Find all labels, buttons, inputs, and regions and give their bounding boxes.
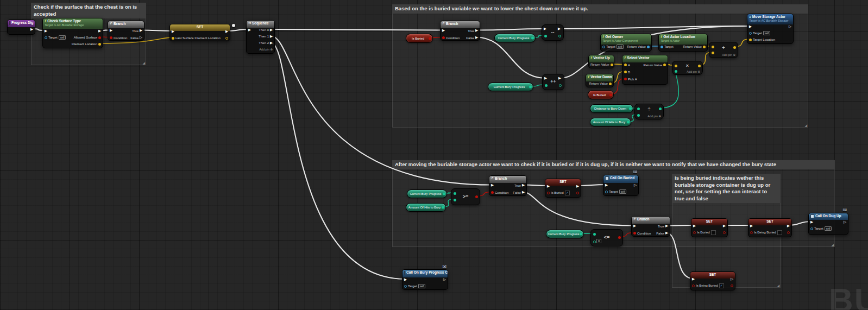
set-last-surface-intersect-location-pin-execOut[interactable]: ▶ bbox=[225, 30, 228, 34]
branch-3-pin-true[interactable]: ▶ bbox=[522, 184, 525, 187]
less-equal-node[interactable]: <=0 bbox=[590, 229, 623, 246]
branch-1-pin-false[interactable]: ▷ bbox=[140, 36, 142, 40]
divide-pin-inB[interactable] bbox=[637, 114, 640, 117]
less-equal-pin-inB[interactable] bbox=[593, 241, 596, 243]
sequence-pin-then0[interactable]: ▶ bbox=[270, 28, 273, 32]
distance-to-bury-down-pin-out[interactable] bbox=[629, 107, 632, 110]
select-vector-pin-rv[interactable] bbox=[663, 64, 666, 66]
set-last-surface-intersect-location-pin-execIn[interactable]: ▶ bbox=[172, 30, 174, 34]
branch-4-pin-condition[interactable] bbox=[633, 232, 636, 235]
set-is-being-buried-false-checkbox[interactable] bbox=[777, 230, 782, 235]
set-is-being-buried-true-checkbox[interactable]: ✓ bbox=[719, 283, 724, 288]
set-last-surface-intersect-location-pin-value[interactable] bbox=[172, 37, 174, 40]
current-bury-progress-3-variable-pill[interactable]: Current Bury Progress bbox=[407, 189, 447, 198]
set-is-being-buried-false-node[interactable]: SET▶▶Is Being Buried bbox=[748, 218, 792, 237]
current-bury-progress-4-variable-pill[interactable]: Current Bury Progress bbox=[546, 230, 584, 238]
add-1-pin-inB[interactable] bbox=[712, 52, 714, 54]
progress-dig-pin-out[interactable]: ▶ bbox=[30, 28, 33, 31]
sequence-pin-then1[interactable]: ▶ bbox=[270, 35, 273, 39]
current-bury-progress-2-variable-pill[interactable]: Current Bury Progress bbox=[488, 83, 533, 91]
select-vector-pin-b[interactable] bbox=[624, 71, 627, 73]
increment-int-pin-in[interactable] bbox=[545, 84, 548, 87]
select-vector-pin-pickA[interactable] bbox=[624, 78, 627, 80]
multiply-add-pin[interactable]: Add pin ⊕ bbox=[687, 70, 700, 73]
call-on-bury-progress-changed-pin-execIn[interactable]: ▶ bbox=[404, 278, 407, 282]
call-on-bury-progress-changed-node[interactable]: Call On Bury Progress Changed✉▶▷Targetse… bbox=[402, 269, 448, 290]
branch-2-node[interactable]: ↱Branch▶True▶ConditionFalse▶ bbox=[440, 21, 480, 41]
is-buried-get-2-pin-out[interactable] bbox=[609, 93, 612, 96]
multiply-pin-out[interactable] bbox=[698, 65, 701, 67]
call-on-dug-up-node[interactable]: Call On Dug Up✉▶▷Targetself bbox=[808, 213, 848, 235]
call-on-buried-node[interactable]: Call On Buried✉▶▷Targetself bbox=[603, 175, 639, 196]
get-owner-pin-rv[interactable] bbox=[647, 46, 650, 48]
set-is-buried-false-checkbox[interactable] bbox=[711, 230, 716, 235]
reroute-knot[interactable] bbox=[232, 24, 235, 27]
set-is-being-buried-true-pin-execOut[interactable]: ▷ bbox=[731, 277, 733, 281]
check-surface-type-pin-execIn[interactable]: ▶ bbox=[45, 29, 47, 33]
check-surface-type-pin-target[interactable] bbox=[45, 36, 47, 39]
set-is-being-buried-true-pin-value[interactable] bbox=[692, 284, 695, 287]
progress-dig-node[interactable]: Progress Dig▶ bbox=[7, 20, 35, 35]
amount-of-hits-to-bury-1-pin-out[interactable] bbox=[627, 121, 630, 124]
add-1-pin-inA[interactable] bbox=[712, 46, 714, 48]
move-storage-actor-node[interactable]: ◆Move Storage ActorTarget is AC Buriable… bbox=[747, 14, 794, 44]
current-bury-progress-4-pin-out[interactable] bbox=[580, 233, 582, 236]
set-is-buried-true-pin-value[interactable] bbox=[547, 192, 550, 194]
move-storage-actor-pin-target[interactable] bbox=[749, 32, 752, 35]
vector-up-pin-rv[interactable] bbox=[611, 64, 613, 66]
amount-of-hits-to-bury-1-variable-pill[interactable]: Amount Of Hits to Bury bbox=[590, 118, 631, 126]
divide-node[interactable]: ÷Add pin ⊕ bbox=[634, 104, 664, 119]
multiply-pin-inA[interactable] bbox=[675, 65, 677, 67]
divide-pin-out[interactable] bbox=[659, 107, 662, 110]
move-storage-actor-pin-execOut[interactable]: ▷ bbox=[789, 25, 791, 29]
set-is-buried-true-pin-execOut[interactable]: ▶ bbox=[576, 185, 579, 188]
set-is-being-buried-false-pin-execOut[interactable]: ▶ bbox=[787, 224, 790, 228]
set-is-being-buried-false-pin-execIn[interactable]: ▶ bbox=[750, 224, 753, 228]
get-actor-location-pin-rv[interactable] bbox=[703, 46, 706, 48]
call-on-bury-progress-changed-pin-target[interactable] bbox=[404, 285, 407, 288]
branch-1-node[interactable]: ↱Branch▶True▶ConditionFalse▷ bbox=[108, 21, 144, 41]
move-storage-actor-pin-targetLocation[interactable] bbox=[749, 39, 752, 41]
add-1-add-pin[interactable]: Add pin ⊕ bbox=[722, 53, 735, 56]
distance-to-bury-down-variable-pill[interactable]: Distance to Bury Down bbox=[590, 104, 633, 113]
branch-1-pin-condition[interactable] bbox=[110, 36, 112, 39]
branch-3-pin-false[interactable]: ▶ bbox=[522, 191, 525, 194]
add-1-pin-out[interactable] bbox=[733, 46, 736, 49]
less-equal-pin-inA[interactable] bbox=[593, 233, 596, 236]
sequence-add-pin[interactable]: Add pin ⊕ bbox=[259, 48, 273, 51]
decrement-int-node[interactable]: --▶▶ bbox=[542, 24, 564, 41]
decrement-int-pin-outv[interactable] bbox=[558, 35, 561, 37]
multiply-node[interactable]: ×Add pin ⊕ bbox=[672, 61, 703, 75]
branch-3-pin-execIn[interactable]: ▶ bbox=[491, 184, 494, 187]
set-is-buried-false-pin-execOut[interactable]: ▶ bbox=[723, 224, 726, 228]
move-storage-actor-self-box[interactable]: self bbox=[763, 31, 771, 35]
sequence-pin-execIn[interactable]: ▶ bbox=[248, 28, 251, 32]
set-is-buried-false-pin-execIn[interactable]: ▶ bbox=[693, 224, 696, 228]
current-bury-progress-2-pin-out[interactable] bbox=[529, 86, 532, 88]
check-surface-type-pin-execOut[interactable]: ▶ bbox=[98, 29, 101, 33]
branch-4-pin-true[interactable]: ▶ bbox=[665, 224, 668, 228]
increment-int-pin-outv[interactable] bbox=[559, 84, 562, 87]
increment-int-pin-execIn[interactable]: ▶ bbox=[544, 77, 547, 80]
current-bury-progress-1-variable-pill[interactable]: Current Bury Progress bbox=[494, 34, 536, 42]
branch-2-pin-execIn[interactable]: ▶ bbox=[442, 29, 445, 33]
amount-of-hits-to-bury-2-pin-out[interactable] bbox=[442, 206, 444, 209]
check-surface-type-pin-intersectLocation[interactable] bbox=[98, 43, 101, 46]
vector-down-pin-rv[interactable] bbox=[609, 83, 612, 85]
check-surface-type-node[interactable]: ƒCheck Surface TypeTarget is AC Buriable… bbox=[42, 18, 103, 48]
decrement-int-pin-execOut[interactable]: ▶ bbox=[558, 27, 561, 31]
set-is-buried-false-node[interactable]: SET▶▶Is Buried bbox=[691, 218, 728, 237]
set-is-buried-true-pin-outVal[interactable] bbox=[576, 192, 579, 194]
add-1-node[interactable]: +Add pin ⊕ bbox=[709, 42, 738, 58]
set-is-buried-false-pin-value[interactable] bbox=[693, 231, 696, 234]
select-vector-node[interactable]: ƒSelect VectorAReturn ValueBPick A bbox=[622, 55, 668, 85]
branch-4-pin-false[interactable]: ▶ bbox=[665, 231, 668, 235]
set-last-surface-intersect-location-node[interactable]: SET▶▶Last Surface Intersect Location bbox=[169, 24, 230, 41]
decrement-int-pin-in[interactable] bbox=[544, 35, 547, 37]
select-vector-pin-a[interactable] bbox=[624, 64, 627, 66]
branch-3-pin-condition[interactable] bbox=[491, 191, 494, 194]
increment-int-node[interactable]: ++▶▶ bbox=[542, 74, 564, 90]
call-on-dug-up-pin-execOut[interactable]: ▷ bbox=[844, 220, 846, 224]
branch-1-pin-execIn[interactable]: ▶ bbox=[110, 29, 112, 33]
call-on-dug-up-pin-execIn[interactable]: ▶ bbox=[810, 220, 813, 224]
